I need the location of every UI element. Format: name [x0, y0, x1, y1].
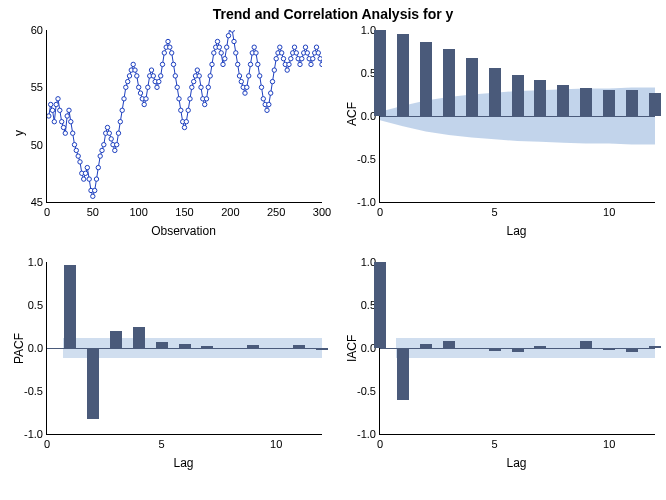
tick-y: 60 — [31, 24, 47, 36]
svg-point-98 — [226, 34, 230, 38]
svg-point-36 — [113, 148, 117, 152]
svg-point-77 — [188, 97, 192, 101]
cf-bar — [466, 58, 478, 116]
svg-point-67 — [170, 51, 174, 55]
svg-point-141 — [305, 51, 309, 55]
tick-y: -0.5 — [357, 385, 380, 397]
svg-point-148 — [318, 57, 322, 61]
cf-bar — [374, 262, 386, 348]
svg-point-97 — [225, 45, 229, 49]
svg-point-103 — [236, 62, 240, 66]
svg-point-0 — [47, 114, 51, 118]
svg-point-46 — [131, 62, 135, 66]
svg-point-7 — [60, 120, 64, 124]
svg-point-28 — [98, 154, 102, 158]
iacf-ylabel: IACF — [345, 335, 359, 362]
svg-point-147 — [316, 51, 320, 55]
ts-plot-area: 45505560050100150200250300 — [46, 30, 322, 203]
cf-bar — [512, 75, 524, 116]
svg-point-71 — [177, 97, 181, 101]
svg-point-52 — [142, 102, 146, 106]
cf-bar — [580, 88, 592, 116]
svg-point-29 — [100, 148, 104, 152]
svg-point-107 — [243, 91, 247, 95]
svg-point-39 — [118, 120, 122, 124]
svg-point-92 — [215, 39, 219, 43]
svg-point-22 — [87, 177, 91, 181]
svg-point-75 — [184, 120, 188, 124]
svg-point-59 — [155, 85, 159, 89]
tick-x: 0 — [377, 434, 383, 450]
svg-point-119 — [265, 108, 269, 112]
cf-bar — [87, 348, 99, 419]
tick-x: 50 — [87, 202, 99, 218]
svg-point-110 — [248, 62, 252, 66]
acf-ylabel: ACF — [345, 102, 359, 126]
svg-point-121 — [269, 91, 273, 95]
svg-point-117 — [261, 97, 265, 101]
svg-point-26 — [94, 177, 98, 181]
panel-pacf: PACF -1.0-0.50.00.51.00510 Lag — [0, 258, 333, 476]
svg-point-49 — [137, 85, 141, 89]
figure: Trend and Correlation Analysis for y y 4… — [0, 0, 666, 500]
tick-x: 5 — [492, 202, 498, 218]
cf-bar — [534, 346, 546, 348]
tick-x: 250 — [267, 202, 285, 218]
svg-point-137 — [298, 62, 302, 66]
tick-y: -0.5 — [24, 385, 47, 397]
cf-bar — [179, 344, 191, 348]
svg-point-115 — [258, 74, 262, 78]
cf-bar — [397, 34, 409, 116]
pacf-plot-area: -1.0-0.50.00.51.00510 — [46, 262, 322, 435]
svg-point-79 — [192, 79, 196, 83]
svg-point-12 — [69, 120, 73, 124]
cf-bar — [110, 331, 122, 348]
svg-point-108 — [245, 85, 249, 89]
svg-point-21 — [85, 165, 89, 169]
tick-x: 5 — [492, 434, 498, 450]
svg-point-122 — [270, 79, 274, 83]
tick-x: 0 — [44, 434, 50, 450]
cf-bar — [443, 49, 455, 116]
svg-point-5 — [56, 97, 60, 101]
svg-point-66 — [168, 45, 172, 49]
svg-point-60 — [157, 79, 161, 83]
cf-bar — [247, 345, 259, 348]
acf-xlabel: Lag — [379, 224, 654, 238]
svg-point-126 — [278, 45, 282, 49]
svg-point-105 — [239, 79, 243, 83]
cf-bar — [489, 68, 501, 116]
svg-point-76 — [186, 108, 190, 112]
cf-bar — [64, 265, 76, 348]
ts-line — [47, 30, 322, 202]
pacf-xlabel: Lag — [46, 456, 321, 470]
svg-point-14 — [72, 143, 76, 147]
svg-point-102 — [234, 51, 238, 55]
svg-point-135 — [294, 51, 298, 55]
figure-title: Trend and Correlation Analysis for y — [0, 6, 666, 22]
svg-point-47 — [133, 68, 137, 72]
svg-point-38 — [116, 131, 120, 135]
svg-point-146 — [314, 45, 318, 49]
svg-point-3 — [52, 120, 56, 124]
svg-point-37 — [115, 143, 119, 147]
svg-point-132 — [289, 57, 293, 61]
panel-ts: y 45505560050100150200250300 Observation — [0, 26, 333, 244]
svg-point-104 — [237, 74, 241, 78]
panel-iacf: IACF -1.0-0.50.00.51.00510 Lag — [333, 258, 666, 476]
svg-point-127 — [280, 51, 284, 55]
svg-point-90 — [212, 51, 216, 55]
svg-point-85 — [203, 102, 207, 106]
svg-point-61 — [159, 74, 163, 78]
svg-point-11 — [67, 108, 71, 112]
svg-point-62 — [160, 62, 164, 66]
svg-point-144 — [311, 57, 315, 61]
cf-bar — [201, 346, 213, 348]
svg-point-143 — [309, 62, 313, 66]
tick-y: -0.5 — [357, 153, 380, 165]
acf-plot-area: -1.0-0.50.00.51.00510 — [379, 30, 655, 203]
svg-point-6 — [58, 108, 62, 112]
svg-point-16 — [76, 154, 80, 158]
svg-point-120 — [267, 102, 271, 106]
tick-x: 0 — [377, 202, 383, 218]
